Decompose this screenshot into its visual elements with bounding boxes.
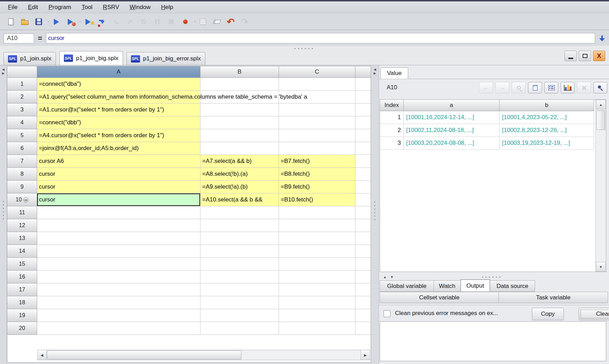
cell-C20[interactable] <box>279 322 355 335</box>
cell-partial-6[interactable] <box>355 142 371 155</box>
cell-partial-15[interactable] <box>355 258 371 271</box>
row-header-8[interactable]: 8 <box>7 168 37 181</box>
toolbar-drag-handle[interactable] <box>294 48 313 49</box>
cell-A13[interactable] <box>37 232 200 245</box>
row-header-11[interactable]: 11 <box>7 206 37 219</box>
form-view-button[interactable] <box>544 82 558 93</box>
value-b-cell[interactable]: [10001,4,2023-05-22, ...] <box>500 111 594 124</box>
cell-C5[interactable] <box>279 129 355 142</box>
value-index-cell[interactable]: 3 <box>380 137 404 150</box>
cell-partial-12[interactable] <box>355 219 371 232</box>
breakpoint-button[interactable] <box>179 16 191 27</box>
cell-B16[interactable] <box>200 271 279 283</box>
cell-A4[interactable]: =connect("dbb") <box>37 116 200 129</box>
scroll-thumb[interactable] <box>47 350 241 359</box>
row-header-9[interactable]: 9 <box>7 181 37 193</box>
run-button[interactable] <box>50 16 62 27</box>
new-file-button[interactable] <box>5 16 17 27</box>
splitter-collapse-icons[interactable]: ◀▶ <box>371 68 379 75</box>
copy-button[interactable] <box>528 82 542 93</box>
expand-formula-button[interactable] <box>597 33 607 43</box>
cell-B10[interactable]: =A10.select(a && b && <box>200 193 279 206</box>
value-index-cell[interactable]: 2 <box>380 124 404 137</box>
splitter-collapse-icons[interactable]: ◀▶ <box>0 68 7 75</box>
panel-drag-handle[interactable] <box>482 276 501 278</box>
value-a-cell[interactable]: [10002,11,2024-08-18, ...] <box>404 124 500 137</box>
minimize-button[interactable] <box>565 51 577 61</box>
tab-watch[interactable]: Watch <box>434 280 461 292</box>
cell-B17[interactable] <box>200 283 279 296</box>
copy-button[interactable]: Copy <box>532 308 564 320</box>
cell-C7[interactable]: =B7.fetch() <box>279 155 355 168</box>
row-header-20[interactable]: 20 <box>7 322 37 335</box>
cell-B14[interactable] <box>200 245 279 258</box>
cell-partial-9[interactable] <box>355 181 371 193</box>
cell-partial-10[interactable] <box>355 193 371 206</box>
cell-partial-1[interactable] <box>355 78 371 91</box>
cell-A11[interactable] <box>37 206 200 219</box>
execute-button[interactable] <box>64 16 76 27</box>
clean-errors-checkbox[interactable] <box>384 310 390 317</box>
cell-A5[interactable]: =A4.cursor@x("select * from orders order… <box>37 129 200 142</box>
menu-item-window[interactable]: Window <box>124 4 156 11</box>
grid-corner-cell[interactable] <box>7 66 37 78</box>
tab-global-variable[interactable]: Global variable <box>380 280 434 292</box>
cell-A10[interactable]: cursor <box>37 193 200 206</box>
file-tab-p1_join-splx[interactable]: SPLp1_join.splx <box>3 52 56 65</box>
row-header-5[interactable]: 5 <box>7 129 37 142</box>
output-message-area[interactable] <box>380 321 606 361</box>
menu-item-file[interactable]: File <box>3 4 23 11</box>
cell-A14[interactable] <box>37 245 200 258</box>
cell-A16[interactable] <box>37 271 200 283</box>
cell-partial-18[interactable] <box>355 296 371 309</box>
clear-button[interactable]: Clear <box>579 308 609 320</box>
value-b-cell[interactable]: [10002,8,2023-12-26, ...] <box>500 124 594 137</box>
value-table-scrollbar[interactable]: ▲ ▼ <box>595 100 606 272</box>
cell-A18[interactable] <box>37 296 200 309</box>
cell-C15[interactable] <box>279 258 355 271</box>
row-header-17[interactable]: 17 <box>7 283 37 296</box>
cell-partial-5[interactable] <box>355 129 371 142</box>
cell-A19[interactable] <box>37 309 200 322</box>
cell-partial-8[interactable] <box>355 168 371 181</box>
cell-partial-20[interactable] <box>355 322 371 335</box>
row-header-15[interactable]: 15 <box>7 258 37 271</box>
cell-B1[interactable] <box>200 78 279 91</box>
chart-button[interactable] <box>561 82 575 93</box>
file-tab-p1_join_big-splx[interactable]: SPLp1_join_big.splx <box>59 51 123 65</box>
value-b-cell[interactable]: [10003,19,2023-12-19, ...] <box>500 137 594 150</box>
cell-B3[interactable] <box>200 104 279 116</box>
cell-partial-17[interactable] <box>355 283 371 296</box>
row-header-4[interactable]: 4 <box>7 116 37 129</box>
cell-A8[interactable]: cursor <box>37 168 200 181</box>
cell-C12[interactable] <box>279 219 355 232</box>
cell-partial-19[interactable] <box>355 309 371 322</box>
cell-B18[interactable] <box>200 296 279 309</box>
cell-reference-box[interactable]: A10 <box>3 33 34 43</box>
restore-button[interactable] <box>579 51 591 61</box>
row-header-10[interactable]: 10 <box>7 193 37 206</box>
menu-item-edit[interactable]: Edit <box>23 4 43 11</box>
row-header-2[interactable]: 2 <box>7 91 37 104</box>
close-button[interactable]: X <box>593 51 605 61</box>
left-splitter[interactable]: ◀▶ <box>0 65 7 363</box>
cell-B11[interactable] <box>200 206 279 219</box>
column-header-C[interactable]: C <box>279 66 355 78</box>
cell-C19[interactable] <box>279 309 355 322</box>
splitter-drag-handle[interactable] <box>3 201 4 220</box>
eraser-button[interactable] <box>211 16 223 27</box>
cell-C13[interactable] <box>279 232 355 245</box>
save-button[interactable] <box>33 16 44 27</box>
row-header-14[interactable]: 14 <box>7 245 37 258</box>
cell-B6[interactable] <box>200 142 279 155</box>
pin-button[interactable] <box>593 82 607 93</box>
cell-B19[interactable] <box>200 309 279 322</box>
cell-A1[interactable]: =connect("dba") <box>37 78 200 91</box>
row-header-13[interactable]: 13 <box>7 232 37 245</box>
step-execute-button[interactable]: * <box>82 16 94 27</box>
tab-task-variable[interactable]: Task variable <box>499 292 608 303</box>
row-header-7[interactable]: 7 <box>7 155 37 168</box>
cell-partial-14[interactable] <box>355 245 371 258</box>
cell-A20[interactable] <box>37 322 200 335</box>
cell-C8[interactable]: =B8.fetch() <box>279 168 355 181</box>
